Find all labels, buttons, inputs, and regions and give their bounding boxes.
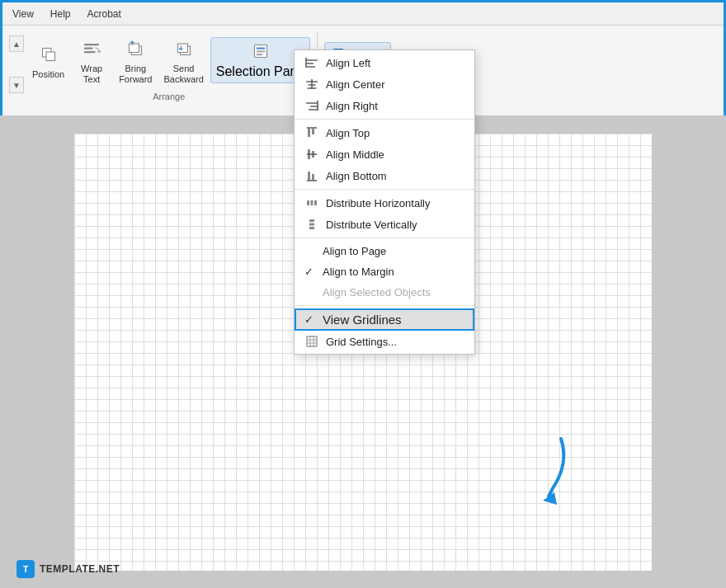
align-to-page-item[interactable]: Align to Page (295, 241, 474, 261)
align-right-label: Align Right (326, 100, 378, 112)
svg-rect-18 (306, 66, 315, 68)
align-left-label: Align Left (326, 57, 370, 69)
distribute-vertically-item[interactable]: Distribute Vertically (295, 214, 474, 235)
svg-rect-39 (314, 200, 317, 205)
align-middle-icon (304, 148, 319, 161)
svg-rect-6 (130, 44, 139, 53)
wrap-text-label: WrapText (81, 64, 102, 85)
align-center-item[interactable]: Align Center (295, 73, 474, 95)
svg-rect-34 (308, 172, 310, 180)
svg-rect-41 (309, 223, 314, 226)
selection-pane-label: Selection Pane (216, 64, 305, 79)
svg-rect-29 (312, 129, 314, 134)
align-middle-item[interactable]: Align Middle (295, 143, 474, 165)
align-left-item[interactable]: Align Left (295, 52, 474, 73)
svg-rect-38 (311, 200, 314, 205)
help-menu[interactable]: Help (50, 8, 71, 20)
scroll-up-icon[interactable]: ▲ (9, 35, 24, 52)
align-right-item[interactable]: Align Right (295, 95, 474, 116)
svg-rect-2 (84, 44, 99, 45)
wrap-text-icon (78, 35, 105, 62)
view-gridlines-item[interactable]: ✓ View Gridlines (295, 308, 474, 331)
position-label: Position (32, 69, 64, 80)
svg-rect-37 (307, 200, 309, 205)
align-right-icon (304, 99, 319, 112)
align-to-page-label: Align to Page (323, 245, 386, 257)
align-to-page-check (304, 245, 316, 257)
separator-2 (295, 189, 474, 190)
align-selected-label: Align Selected Objects (323, 286, 431, 299)
svg-rect-43 (307, 336, 317, 346)
view-gridlines-label: View Gridlines (323, 313, 402, 327)
top-menu-bar: View Help Acrobat (2, 2, 724, 26)
align-to-margin-item[interactable]: ✓ Align to Margin (295, 261, 474, 282)
distribute-v-icon (304, 218, 319, 231)
svg-rect-17 (306, 63, 314, 64)
bring-forward-label: BringForward (119, 64, 152, 85)
wrap-text-button[interactable]: WrapText (71, 32, 112, 88)
distribute-horizontally-item[interactable]: Distribute Horizontally (295, 192, 474, 214)
send-backward-label: SendBackward (163, 64, 203, 85)
svg-rect-26 (309, 109, 318, 111)
distribute-v-label: Distribute Vertically (326, 219, 417, 231)
arrange-buttons: Position WrapText (27, 32, 310, 88)
align-selected-objects-item: Align Selected Objects (295, 282, 474, 303)
svg-rect-24 (306, 102, 318, 104)
separator-3 (295, 238, 474, 238)
bring-forward-button[interactable]: BringForward (114, 32, 157, 88)
grid-settings-label: Grid Settings... (326, 336, 397, 348)
align-dropdown-menu: Align Left Align Center Align Right (294, 49, 475, 355)
arrange-label: Arrange (153, 92, 185, 101)
svg-rect-16 (306, 59, 318, 61)
align-to-margin-check: ✓ (304, 266, 316, 278)
align-left-icon (304, 56, 319, 69)
grid-settings-icon (304, 335, 319, 348)
footer: T TEMPLATE.NET (16, 560, 120, 578)
align-selected-check (304, 286, 316, 299)
separator-1 (295, 119, 474, 120)
align-center-label: Align Center (326, 78, 385, 91)
send-backward-button[interactable]: SendBackward (158, 32, 208, 88)
separator-4 (295, 305, 474, 306)
align-top-item[interactable]: Align Top (295, 122, 474, 143)
align-bottom-label: Align Bottom (326, 170, 387, 182)
arrange-group: Position WrapText (27, 32, 318, 101)
align-middle-label: Align Middle (326, 148, 384, 161)
svg-rect-35 (312, 174, 314, 180)
view-gridlines-check: ✓ (304, 313, 316, 326)
svg-rect-11 (256, 50, 265, 52)
scroll-down-icon[interactable]: ▼ (9, 77, 24, 93)
selection-pane-icon (251, 41, 271, 64)
svg-rect-4 (84, 51, 96, 53)
align-top-icon (304, 126, 319, 139)
svg-rect-25 (310, 106, 318, 107)
distribute-h-label: Distribute Horizontally (326, 197, 430, 209)
svg-rect-3 (84, 48, 93, 49)
svg-rect-10 (256, 48, 265, 49)
svg-rect-42 (309, 227, 314, 229)
svg-rect-1 (46, 52, 55, 61)
align-bottom-item[interactable]: Align Bottom (295, 165, 474, 186)
view-menu[interactable]: View (12, 8, 34, 20)
position-button[interactable]: Position (27, 38, 69, 83)
align-center-icon (304, 78, 319, 91)
arrow-annotation (503, 430, 569, 505)
footer-brand: TEMPLATE.NET (40, 563, 120, 575)
grid-settings-item[interactable]: Grid Settings... (295, 331, 474, 352)
bring-forward-icon (122, 35, 148, 62)
position-icon (35, 41, 62, 68)
svg-rect-28 (308, 129, 310, 137)
acrobat-menu[interactable]: Acrobat (87, 8, 120, 20)
align-bottom-icon (304, 169, 319, 182)
footer-logo: T (16, 560, 35, 578)
svg-rect-12 (256, 54, 262, 55)
align-top-label: Align Top (326, 127, 370, 139)
distribute-h-icon (304, 196, 319, 209)
align-to-margin-label: Align to Margin (323, 266, 394, 278)
send-backward-icon (171, 35, 197, 62)
svg-rect-40 (309, 219, 314, 222)
